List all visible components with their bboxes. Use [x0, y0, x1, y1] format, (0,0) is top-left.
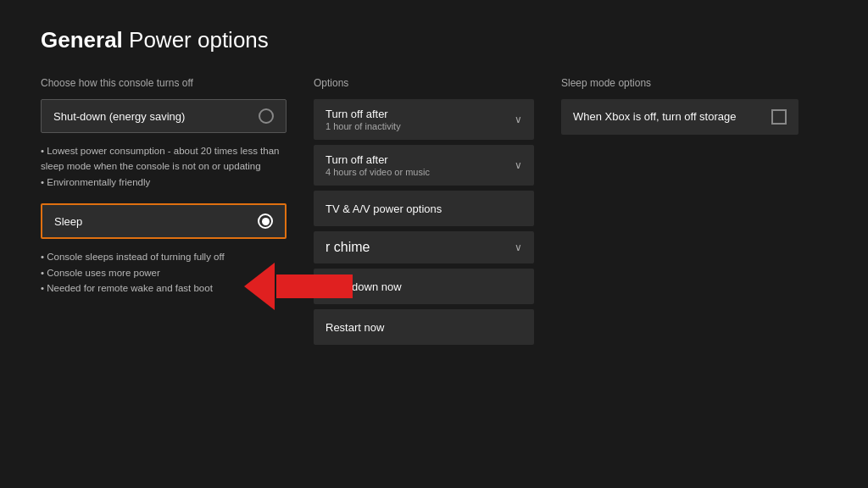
sleep-radio: [258, 214, 273, 229]
turn-off-inactivity-main: Turn off after: [326, 108, 401, 120]
tv-av-label: TV & A/V power options: [326, 202, 442, 215]
shutdown-option-label: Shut-down (energy saving): [53, 110, 185, 123]
shutdown-radio: [259, 108, 274, 124]
shutdown-option-button[interactable]: Shut-down (energy saving): [41, 99, 287, 133]
shutdown-now-label: Shut-down now: [326, 280, 402, 293]
left-column: Choose how this console turns off Shut-d…: [41, 77, 287, 350]
right-column: Sleep mode options When Xbox is off, tur…: [561, 77, 798, 350]
restart-now-button[interactable]: Restart now: [314, 309, 534, 345]
restart-now-label: Restart now: [326, 321, 384, 334]
chime-label: r chime: [326, 240, 370, 255]
sleep-description: • Console sleeps instead of turning full…: [41, 249, 287, 296]
turn-off-video-main: Turn off after: [326, 153, 430, 166]
chime-dropdown[interactable]: r chime ∨: [314, 231, 534, 263]
sleep-option-label: Sleep: [54, 215, 82, 228]
sleep-option-button[interactable]: Sleep: [41, 203, 287, 239]
turn-off-inactivity-chevron: ∨: [515, 114, 522, 125]
storage-label: When Xbox is off, turn off storage: [573, 109, 761, 125]
sleep-mode-options-label: Sleep mode options: [561, 77, 798, 89]
console-off-label: Choose how this console turns off: [41, 77, 287, 89]
page-title: General Power options: [41, 27, 827, 53]
storage-checkbox[interactable]: [771, 109, 787, 125]
storage-option[interactable]: When Xbox is off, turn off storage: [561, 99, 798, 135]
options-label: Options: [314, 77, 534, 89]
turn-off-inactivity-sub: 1 hour of inactivity: [326, 121, 401, 131]
turn-off-video-dropdown[interactable]: Turn off after 4 hours of video or music…: [314, 145, 534, 186]
turn-off-inactivity-dropdown[interactable]: Turn off after 1 hour of inactivity ∨: [314, 99, 534, 140]
turn-off-video-chevron: ∨: [515, 159, 522, 171]
shutdown-description: • Lowest power consumption - about 20 ti…: [41, 143, 287, 190]
shutdown-now-button[interactable]: Shut-down now: [314, 269, 534, 304]
middle-column: Options Turn off after 1 hour of inactiv…: [314, 77, 534, 350]
turn-off-video-sub: 4 hours of video or music: [326, 167, 430, 177]
tv-av-button[interactable]: TV & A/V power options: [314, 191, 534, 226]
chime-chevron: ∨: [515, 241, 522, 253]
